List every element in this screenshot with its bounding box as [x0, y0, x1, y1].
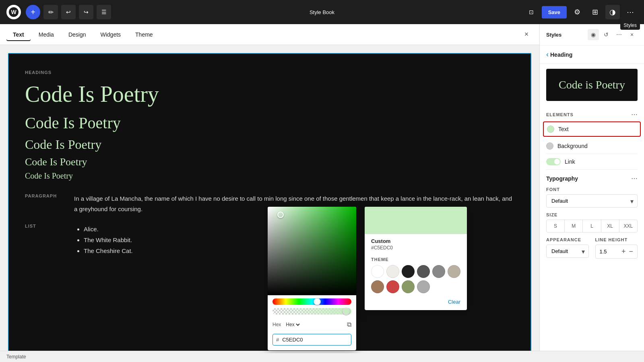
opacity-slider[interactable]	[272, 308, 351, 315]
heading-h5: Code Is Poetry	[25, 171, 514, 181]
color-swatches	[365, 263, 467, 295]
hue-handle[interactable]	[314, 298, 321, 305]
breadcrumb-text: Heading	[550, 51, 572, 58]
top-bar-right: ⊡ Save ⚙ ⊞ ◑ ⋯	[524, 5, 638, 19]
add-block-button[interactable]: +	[26, 5, 40, 19]
appearance-row: APPEARANCE Default LINE HEIGHT 1.5 + −	[546, 237, 638, 259]
styles-title: Styles	[546, 32, 561, 38]
hex-label: Hex	[272, 322, 281, 327]
size-xl[interactable]: XL	[601, 220, 619, 232]
tab-close-button[interactable]: ×	[520, 28, 533, 41]
appearance-col: APPEARANCE Default	[546, 237, 589, 259]
redo-button[interactable]: ↪	[79, 5, 93, 19]
swatch-warm-gray[interactable]	[448, 265, 460, 278]
list-view-button[interactable]: ☰	[97, 5, 111, 19]
size-s[interactable]: S	[547, 220, 565, 232]
line-height-increase[interactable]: +	[621, 247, 626, 256]
element-name-background: Background	[557, 143, 588, 149]
gradient-handle[interactable]	[277, 212, 284, 218]
tab-text[interactable]: Text	[6, 28, 31, 41]
hue-slider[interactable]	[272, 298, 351, 305]
center-area: Text Media Design Widgets Theme × HEADIN…	[0, 24, 539, 362]
hash-prefix: #	[276, 337, 279, 343]
theme-popup: Custom #C5EDC0 THEME	[365, 207, 467, 310]
element-name-link: Link	[565, 158, 575, 165]
swatch-olive[interactable]	[402, 280, 415, 293]
edit-button[interactable]: ✏	[43, 5, 58, 19]
tab-widgets[interactable]: Widgets	[94, 28, 127, 41]
save-button[interactable]: Save	[542, 6, 567, 19]
tab-design[interactable]: Design	[62, 28, 93, 41]
size-l[interactable]: L	[583, 220, 601, 232]
list-items: Alice. The White Rabbit. The Cheshire Ca…	[74, 224, 133, 256]
swatch-white[interactable]	[371, 265, 384, 278]
swatch-black[interactable]	[402, 265, 415, 278]
elements-more-icon[interactable]: ⋯	[631, 111, 638, 118]
theme-preview	[365, 207, 467, 234]
heading-h2: Code Is Poetry	[25, 113, 514, 132]
opacity-handle[interactable]	[343, 308, 350, 315]
layout-toggle-button[interactable]: ⊞	[588, 5, 602, 19]
undo-button[interactable]: ↩	[61, 5, 76, 19]
main-layout: Text Media Design Widgets Theme × HEADIN…	[0, 24, 644, 362]
size-m[interactable]: M	[565, 220, 583, 232]
list-item: The Cheshire Cat.	[84, 245, 133, 256]
size-row: S M L XL XXL	[546, 220, 638, 232]
heading-preview: Code is Poetry	[546, 69, 638, 101]
elements-section: ELEMENTS ⋯ Text Background Link	[540, 106, 644, 170]
settings-button[interactable]: ⚙	[570, 5, 584, 19]
typography-header: Typography ⋯	[546, 175, 638, 182]
swatch-light-gray[interactable]	[386, 265, 399, 278]
styles-tooltip: Styles	[620, 21, 640, 30]
tab-bar: Text Media Design Widgets Theme ×	[0, 24, 539, 45]
layout-button[interactable]: ⊡	[524, 5, 539, 19]
tab-theme[interactable]: Theme	[129, 28, 159, 41]
size-section: SIZE S M L XL XXL	[546, 212, 638, 232]
template-status: Template	[6, 354, 26, 360]
link-toggle[interactable]	[546, 158, 561, 165]
tab-media[interactable]: Media	[32, 28, 60, 41]
list-label: LIST	[25, 224, 61, 253]
size-xxl[interactable]: XXL	[619, 220, 637, 232]
hex-input[interactable]	[281, 334, 348, 345]
appearance-select-wrapper: Default	[546, 245, 589, 258]
more-button[interactable]: ⋯	[623, 5, 638, 19]
swatch-brown[interactable]	[371, 280, 384, 293]
element-item-link[interactable]: Link	[546, 154, 638, 170]
swatch-medium-gray[interactable]	[432, 265, 445, 278]
custom-hex: #C5EDC0	[365, 245, 467, 254]
font-select[interactable]: Default	[546, 194, 638, 208]
swatch-dark-gray[interactable]	[417, 265, 430, 278]
typography-title: Typography	[546, 175, 578, 182]
font-section: FONT Default	[546, 187, 638, 208]
hex-select[interactable]: Hex	[284, 321, 301, 328]
history-button[interactable]: ↺	[601, 29, 612, 40]
theme-label: THEME	[365, 254, 467, 263]
color-gradient[interactable]	[268, 207, 356, 295]
typography-section: Typography ⋯ FONT Default SIZE S M L XL	[540, 170, 644, 263]
styles-button[interactable]: ◑	[605, 5, 620, 19]
line-height-label: LINE HEIGHT	[595, 237, 638, 242]
text-color-dot	[547, 125, 554, 133]
breadcrumb-back-button[interactable]: ‹	[546, 50, 549, 59]
eye-dropper-button[interactable]: ⧉	[347, 321, 351, 328]
eye-button[interactable]: ◉	[588, 29, 599, 40]
paragraph-label: PARAGRAPH	[25, 193, 61, 211]
typography-more-icon[interactable]: ⋯	[631, 175, 638, 182]
size-label: SIZE	[546, 212, 638, 217]
swatch-gray[interactable]	[417, 280, 430, 293]
element-item-text[interactable]: Text	[543, 121, 641, 137]
appearance-label: APPEARANCE	[546, 237, 589, 242]
swatch-red[interactable]	[386, 280, 399, 293]
line-height-value: 1.5	[600, 249, 618, 255]
panel-close-button[interactable]: ×	[626, 29, 638, 40]
appearance-select[interactable]: Default	[546, 245, 589, 258]
element-item-background[interactable]: Background	[546, 138, 638, 154]
line-height-decrease[interactable]: −	[629, 247, 633, 256]
clear-button[interactable]: Clear	[448, 299, 460, 305]
clear-btn: Clear	[365, 295, 467, 305]
font-label: FONT	[546, 187, 638, 192]
wp-logo[interactable]: W	[6, 5, 21, 19]
canvas[interactable]: HEADINGS Code Is Poetry Code Is Poetry C…	[8, 53, 531, 354]
panel-more-button[interactable]: ⋯	[613, 29, 625, 40]
